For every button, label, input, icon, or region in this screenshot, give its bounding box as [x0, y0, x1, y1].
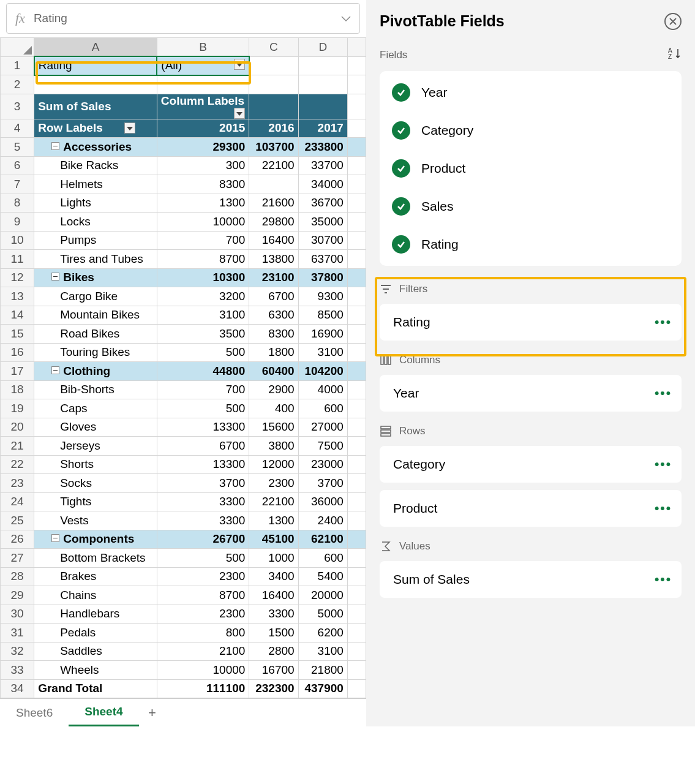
data-cell[interactable]: 1300	[157, 194, 249, 213]
add-sheet-button[interactable]: +	[139, 705, 166, 721]
product-cell[interactable]: Brakes	[34, 567, 157, 586]
data-cell[interactable]: 103700	[249, 138, 298, 157]
data-cell[interactable]: 700	[157, 380, 249, 399]
row-header[interactable]: 4	[1, 119, 34, 138]
grand-total-label[interactable]: Grand Total	[34, 679, 157, 698]
data-cell[interactable]: 2300	[157, 567, 249, 586]
data-cell[interactable]: 36700	[298, 194, 347, 213]
sheet-tab-sheet6[interactable]: Sheet6	[0, 699, 69, 726]
data-cell[interactable]: 8300	[249, 325, 298, 344]
row-header[interactable]: 26	[1, 530, 34, 549]
row-header[interactable]: 21	[1, 437, 34, 456]
data-cell[interactable]: 7500	[298, 437, 347, 456]
row-header[interactable]: 8	[1, 194, 34, 213]
data-cell[interactable]: 27000	[298, 418, 347, 437]
product-cell[interactable]: Road Bikes	[34, 325, 157, 344]
field-item[interactable]: Sales	[380, 187, 682, 225]
data-cell[interactable]: 104200	[298, 362, 347, 381]
formula-bar[interactable]: fx Rating	[6, 3, 360, 34]
data-cell[interactable]: 2900	[249, 380, 298, 399]
row-header[interactable]: 27	[1, 549, 34, 568]
data-cell[interactable]: 8700	[157, 586, 249, 605]
field-item[interactable]: Category	[380, 111, 682, 149]
data-cell[interactable]: 2100	[157, 642, 249, 661]
grand-total-val[interactable]: 111100	[157, 679, 249, 698]
data-cell[interactable]: 3400	[249, 567, 298, 586]
data-cell[interactable]: 6200	[298, 624, 347, 643]
data-cell[interactable]: 300	[157, 156, 249, 175]
data-cell[interactable]: 1500	[249, 624, 298, 643]
data-cell[interactable]: 34000	[298, 175, 347, 194]
collapse-icon[interactable]	[51, 534, 59, 542]
product-cell[interactable]: Jerseys	[34, 437, 157, 456]
data-cell[interactable]: 2400	[298, 511, 347, 530]
product-cell[interactable]: Mountain Bikes	[34, 306, 157, 325]
data-cell[interactable]: 15600	[249, 418, 298, 437]
row-header[interactable]: 20	[1, 418, 34, 437]
data-cell[interactable]: 37800	[298, 268, 347, 287]
data-cell[interactable]: 60400	[249, 362, 298, 381]
product-cell[interactable]: Chains	[34, 586, 157, 605]
data-cell[interactable]: 1000	[249, 549, 298, 568]
pivot-sum-label[interactable]: Sum of Sales	[34, 94, 157, 119]
data-cell[interactable]: 700	[157, 231, 249, 250]
row-header[interactable]: 29	[1, 586, 34, 605]
ellipsis-icon[interactable]: •••	[655, 457, 672, 472]
data-cell[interactable]: 3300	[157, 492, 249, 511]
data-cell[interactable]: 10000	[157, 213, 249, 232]
data-cell[interactable]: 3200	[157, 287, 249, 306]
ellipsis-icon[interactable]: •••	[655, 386, 672, 401]
product-cell[interactable]: Shorts	[34, 455, 157, 474]
pivot-col-label[interactable]: Column Labels	[157, 94, 249, 119]
area-chip[interactable]: Product•••	[380, 490, 682, 527]
category-cell[interactable]: Components	[34, 530, 157, 549]
data-cell[interactable]: 22100	[249, 156, 298, 175]
data-cell[interactable]: 5000	[298, 605, 347, 624]
row-header[interactable]: 15	[1, 325, 34, 344]
product-cell[interactable]: Bib-Shorts	[34, 380, 157, 399]
data-cell[interactable]: 10300	[157, 268, 249, 287]
data-cell[interactable]: 3300	[249, 605, 298, 624]
product-cell[interactable]: Pedals	[34, 624, 157, 643]
data-cell[interactable]: 23000	[298, 455, 347, 474]
ellipsis-icon[interactable]: •••	[655, 501, 672, 516]
chevron-down-icon[interactable]	[332, 12, 359, 25]
row-header[interactable]: 2	[1, 75, 34, 94]
row-header[interactable]: 7	[1, 175, 34, 194]
data-cell[interactable]	[249, 175, 298, 194]
row-header[interactable]: 31	[1, 624, 34, 643]
data-cell[interactable]: 2300	[157, 605, 249, 624]
product-cell[interactable]: Caps	[34, 399, 157, 418]
row-header[interactable]: 12	[1, 268, 34, 287]
formula-input[interactable]: Rating	[34, 12, 332, 25]
row-header[interactable]: 24	[1, 492, 34, 511]
row-header[interactable]: 19	[1, 399, 34, 418]
data-cell[interactable]: 16400	[249, 231, 298, 250]
data-cell[interactable]: 400	[249, 399, 298, 418]
row-header[interactable]: 13	[1, 287, 34, 306]
year-2017[interactable]: 2017	[298, 119, 347, 138]
data-cell[interactable]: 9300	[298, 287, 347, 306]
data-cell[interactable]: 36000	[298, 492, 347, 511]
data-cell[interactable]: 1300	[249, 511, 298, 530]
row-header[interactable]: 9	[1, 213, 34, 232]
data-cell[interactable]: 12000	[249, 455, 298, 474]
data-cell[interactable]: 6700	[249, 287, 298, 306]
row-header[interactable]: 6	[1, 156, 34, 175]
data-cell[interactable]: 16700	[249, 661, 298, 680]
data-cell[interactable]: 4000	[298, 380, 347, 399]
category-cell[interactable]: Bikes	[34, 268, 157, 287]
data-cell[interactable]: 500	[157, 343, 249, 362]
data-cell[interactable]: 3500	[157, 325, 249, 344]
collapse-icon[interactable]	[51, 273, 59, 281]
collapse-icon[interactable]	[51, 366, 59, 374]
row-header[interactable]: 18	[1, 380, 34, 399]
row-header[interactable]: 16	[1, 343, 34, 362]
sort-icon[interactable]: AZ	[668, 47, 682, 62]
data-cell[interactable]: 3100	[298, 642, 347, 661]
row-header[interactable]: 1	[1, 56, 34, 75]
product-cell[interactable]: Lights	[34, 194, 157, 213]
row-header[interactable]: 32	[1, 642, 34, 661]
col-header-a[interactable]: A	[34, 38, 157, 57]
row-header[interactable]: 11	[1, 250, 34, 269]
